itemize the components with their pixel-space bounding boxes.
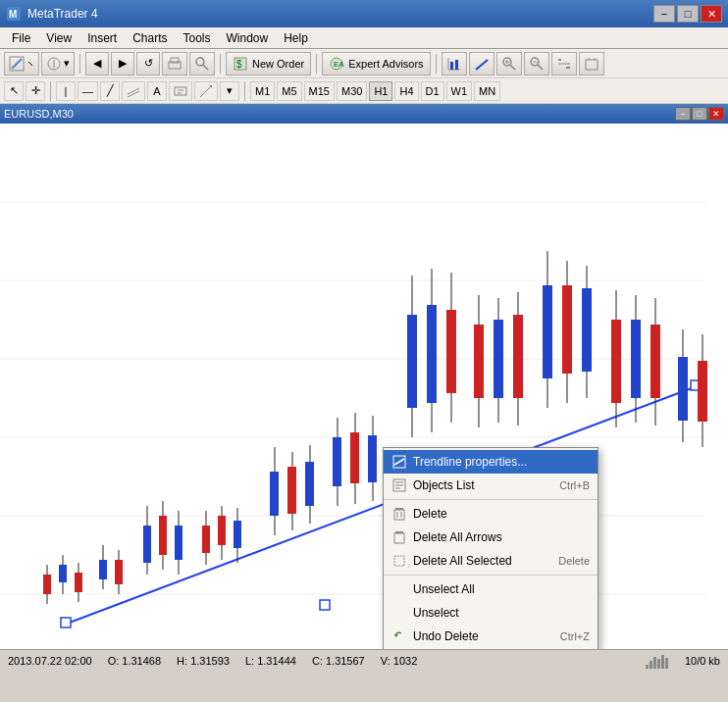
tool-arrow[interactable]: [194, 81, 218, 101]
menu-bar: File View Insert Charts Tools Window Hel…: [0, 27, 728, 49]
menu-insert[interactable]: Insert: [79, 29, 125, 47]
tool-channel[interactable]: [122, 81, 145, 101]
tf-m1[interactable]: M1: [250, 81, 275, 101]
svg-rect-109: [678, 357, 688, 421]
toolbar-template[interactable]: [579, 52, 604, 75]
ctx-unselect-all[interactable]: Unselect All: [384, 577, 598, 601]
tf-m30[interactable]: M30: [337, 81, 367, 101]
svg-rect-79: [333, 437, 341, 486]
maximize-button[interactable]: □: [677, 5, 699, 23]
ctx-delete-all-selected[interactable]: Delete All Selected Delete: [384, 549, 598, 573]
status-filesize: 10/0 kb: [685, 655, 720, 667]
svg-rect-103: [611, 320, 621, 403]
toolbar-btn-2[interactable]: ▾: [41, 52, 75, 75]
inner-window-label: EURUSD,M30: [4, 108, 74, 120]
toolbar-refresh[interactable]: ↺: [136, 52, 160, 75]
toolbar-zoom-in[interactable]: [496, 52, 522, 75]
status-open: O: 1.31468: [108, 655, 161, 667]
new-order-button[interactable]: $ New Order: [226, 52, 311, 75]
svg-rect-95: [513, 315, 523, 398]
tool-hline[interactable]: —: [78, 81, 98, 101]
expert-advisors-button[interactable]: EA Expert Advisors: [322, 52, 430, 75]
unselect-all-icon: [391, 581, 407, 597]
tf-toolbar: ↖ ✛ | — ╱ A ▾ M1 M5 M15 M30 H1 H4 D1 W1 …: [0, 78, 728, 104]
svg-line-37: [200, 85, 212, 97]
toolbar-btn-1[interactable]: [4, 52, 39, 75]
ctx-unselect[interactable]: Unselect: [384, 601, 598, 625]
title-bar-text: MetaTrader 4: [27, 7, 98, 21]
tool-vline[interactable]: |: [56, 81, 76, 101]
svg-rect-126: [646, 665, 649, 669]
ctx-undo-delete[interactable]: Undo Delete Ctrl+Z: [384, 625, 598, 648]
svg-rect-130: [661, 655, 664, 669]
svg-line-24: [538, 65, 543, 70]
toolbar-chart-1[interactable]: [442, 52, 467, 75]
menu-window[interactable]: Window: [219, 29, 277, 47]
svg-rect-57: [99, 560, 107, 579]
main-toolbar: ▾ ◀ ▶ ↺ $ New Order EA Expert Advisors: [0, 49, 728, 78]
minimize-button[interactable]: −: [653, 5, 675, 23]
ctx-sep-1: [384, 499, 598, 500]
toolbar-zoom-out[interactable]: [524, 52, 549, 75]
svg-rect-47: [320, 600, 330, 610]
tool-text[interactable]: A: [147, 81, 167, 101]
undo-icon: [391, 628, 407, 644]
ctx-trendline-properties[interactable]: Trendline properties...: [384, 450, 598, 474]
tf-w1[interactable]: W1: [446, 81, 473, 101]
tool-crosshair[interactable]: ✛: [26, 81, 45, 101]
inner-window-controls: − □ ✕: [675, 107, 724, 121]
tool-cursor[interactable]: ↖: [4, 81, 24, 101]
tf-sep-1: [50, 81, 51, 101]
title-bar: M MetaTrader 4 − □ ✕: [0, 0, 728, 27]
svg-rect-75: [287, 467, 296, 514]
tf-mn[interactable]: MN: [474, 81, 500, 101]
close-button[interactable]: ✕: [701, 5, 722, 23]
toolbar-chart-2[interactable]: [469, 52, 494, 75]
svg-rect-61: [143, 526, 151, 563]
tool-label[interactable]: [169, 81, 192, 101]
ctx-delete-all-arrows[interactable]: Delete All Arrows: [384, 526, 598, 549]
svg-rect-16: [450, 62, 453, 70]
ctx-delete[interactable]: Delete: [384, 502, 598, 526]
toolbar-period-sep[interactable]: [551, 52, 577, 75]
chart-area[interactable]: Trendline properties... Objects List Ctr…: [0, 124, 728, 649]
tf-m15[interactable]: M15: [304, 81, 335, 101]
tf-h1[interactable]: H1: [369, 81, 392, 101]
svg-line-9: [203, 65, 208, 70]
toolbar-print[interactable]: [162, 52, 187, 75]
status-bar: 2013.07.22 02:00 O: 1.31468 H: 1.31593 L…: [0, 649, 728, 671]
toolbar-back[interactable]: ◀: [85, 52, 109, 75]
tf-sep-2: [244, 81, 245, 101]
inner-minimize[interactable]: −: [675, 107, 691, 121]
tf-d1[interactable]: D1: [421, 81, 444, 101]
ctx-objects-list[interactable]: Objects List Ctrl+B: [384, 474, 598, 497]
inner-close[interactable]: ✕: [708, 107, 724, 121]
svg-rect-71: [234, 521, 241, 548]
svg-rect-83: [368, 435, 377, 482]
tf-m5[interactable]: M5: [277, 81, 301, 101]
svg-rect-119: [394, 510, 404, 520]
svg-rect-128: [653, 657, 656, 669]
toolbar-zoom[interactable]: [189, 52, 215, 75]
svg-rect-51: [43, 575, 51, 594]
svg-rect-53: [59, 565, 67, 582]
svg-rect-46: [61, 618, 71, 627]
tool-color[interactable]: ▾: [220, 81, 239, 101]
menu-charts[interactable]: Charts: [125, 29, 175, 47]
status-close: C: 1.31567: [312, 655, 365, 667]
inner-restore[interactable]: □: [692, 107, 707, 121]
svg-rect-124: [394, 556, 404, 566]
menu-file[interactable]: File: [4, 29, 38, 47]
tf-h4[interactable]: H4: [394, 81, 418, 101]
svg-line-18: [476, 60, 488, 70]
svg-rect-99: [562, 285, 572, 374]
tool-trendline[interactable]: ╱: [100, 81, 120, 101]
menu-help[interactable]: Help: [276, 29, 316, 47]
menu-view[interactable]: View: [38, 29, 79, 47]
menu-tools[interactable]: Tools: [176, 29, 219, 47]
app-icon: M: [6, 6, 22, 22]
status-low: L: 1.31444: [245, 655, 296, 667]
svg-rect-123: [394, 533, 404, 543]
toolbar-forward[interactable]: ▶: [111, 52, 134, 75]
chart-svg: [0, 124, 728, 649]
